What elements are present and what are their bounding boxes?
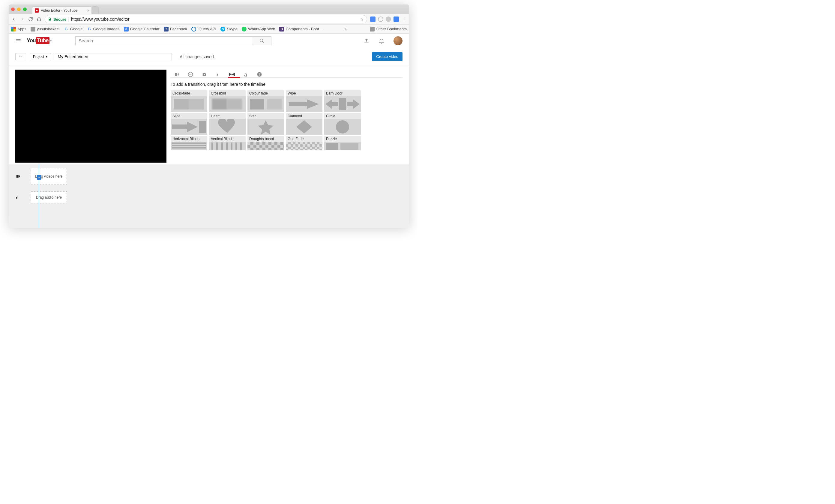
audio-track-icon (15, 195, 21, 200)
bootstrap-icon: B (279, 27, 284, 32)
transition-wipe[interactable]: Wipe (286, 90, 322, 111)
transition-diamond[interactable]: Diamond (286, 113, 322, 134)
search-input[interactable] (75, 36, 252, 45)
transition-draughts[interactable]: Draughts board (247, 136, 284, 150)
search-button[interactable] (252, 36, 271, 45)
transition-gridfade[interactable]: Grid Fade (286, 136, 322, 150)
editor-toolbar: Project▼ All changes saved. Create video (9, 48, 409, 65)
bookmark-link[interactable]: jQuery API (191, 27, 216, 32)
extension-icon[interactable] (386, 17, 391, 22)
notifications-icon[interactable] (379, 38, 385, 44)
svg-rect-6 (199, 121, 206, 133)
transition-crossblur[interactable]: Crossblur (209, 90, 246, 111)
tab-video-icon[interactable] (174, 72, 180, 77)
bookmark-folder[interactable]: yusufshakeel (30, 27, 60, 32)
create-video-button[interactable]: Create video (372, 52, 403, 61)
folder-icon (370, 27, 374, 32)
audio-dropzone[interactable]: Drag audio here (31, 191, 67, 203)
tab-text-icon[interactable]: a (243, 72, 249, 77)
circle-icon (324, 119, 361, 135)
whatsapp-icon (242, 27, 247, 32)
home-icon[interactable] (36, 17, 42, 22)
menu-icon[interactable] (15, 38, 21, 44)
tab-transitions-icon[interactable] (229, 72, 235, 77)
extension-icon[interactable] (378, 17, 383, 22)
double-arrow-icon (324, 96, 361, 112)
diamond-icon (286, 119, 322, 135)
address-omnibox[interactable]: Secure | https://www.youtube.com/editor … (45, 15, 367, 23)
transition-puzzle[interactable]: Puzzle (324, 136, 361, 150)
transition-heart[interactable]: Heart (209, 113, 246, 134)
transition-circle[interactable]: Circle (324, 113, 361, 134)
google-icon: G (64, 27, 69, 32)
transition-barndoor[interactable]: Barn Door (324, 90, 361, 111)
window-max-dot[interactable] (23, 7, 27, 11)
video-preview[interactable] (15, 69, 166, 163)
window-min-dot[interactable] (17, 7, 21, 11)
chrome-address-bar: Secure | https://www.youtube.com/editor … (9, 14, 409, 25)
nav-back-icon[interactable] (11, 17, 17, 22)
apps-icon (11, 27, 16, 32)
playhead-handle-icon[interactable]: ✂ (37, 175, 41, 180)
bookmark-link[interactable]: WhatsApp Web (242, 27, 275, 32)
browser-tab[interactable]: ▶ Video Editor - YouTube × (32, 6, 92, 14)
transition-colourfade[interactable]: Colour fade (247, 90, 284, 111)
tab-help-icon[interactable]: ? (257, 72, 262, 77)
active-tab-indicator (228, 77, 240, 78)
arrow-right-icon (171, 119, 207, 135)
transition-crossfade[interactable]: Cross-fade (171, 90, 207, 111)
window-close-dot[interactable] (11, 7, 15, 11)
save-status: All changes saved. (180, 54, 215, 59)
project-title-input[interactable] (55, 53, 172, 60)
tab-music-icon[interactable] (215, 72, 221, 77)
svg-text:cc: cc (189, 73, 192, 76)
chrome-window: ▶ Video Editor - YouTube × Secure | http… (9, 4, 409, 228)
user-avatar[interactable] (393, 36, 403, 45)
facebook-icon: f (164, 27, 168, 32)
bookmark-link[interactable]: fFacebook (164, 27, 187, 32)
upload-icon[interactable] (364, 38, 369, 44)
bookmark-link[interactable]: GGoogle Images (87, 27, 119, 32)
tab-photo-icon[interactable] (201, 72, 207, 77)
tab-cc-icon[interactable]: cc (187, 72, 194, 77)
bookmark-overflow-icon[interactable]: » (344, 27, 348, 31)
tab-close-icon[interactable]: × (87, 8, 89, 13)
new-tab-button[interactable] (91, 6, 99, 14)
svg-point-7 (336, 120, 349, 134)
transition-vblinds[interactable]: Vertical Blinds (209, 136, 246, 150)
transition-hblinds[interactable]: Horizontal Blinds (171, 136, 207, 150)
youtube-favicon-icon: ▶ (35, 8, 39, 13)
asset-tabs: cc a ? (171, 69, 403, 77)
transition-grid: Cross-fade Crossblur Colour fade Wipe Ba… (171, 90, 403, 150)
heart-icon (209, 119, 246, 135)
extension-icon[interactable] (393, 17, 399, 22)
transition-slide[interactable]: Slide (171, 113, 207, 134)
bookmark-link[interactable]: BComponents · Boot… (279, 27, 323, 32)
url-text: https://www.youtube.com/editor (71, 17, 129, 22)
chrome-menu-icon[interactable]: ⋮ (401, 17, 407, 22)
bookmark-star-icon[interactable]: ☆ (360, 17, 364, 22)
svg-point-0 (260, 39, 263, 42)
playhead[interactable]: ✂ (39, 164, 39, 228)
bookmark-link[interactable]: SSkype (221, 27, 238, 32)
bookmark-link[interactable]: GGoogle (64, 27, 83, 32)
extension-icon[interactable] (370, 17, 375, 22)
youtube-header: YouTubeIN (9, 34, 409, 48)
undo-button[interactable] (15, 53, 26, 60)
reload-icon[interactable] (28, 17, 33, 22)
google-icon: G (87, 27, 91, 32)
video-track-icon (15, 174, 21, 179)
timeline[interactable]: ✂ Drag videos here Drag audio here (9, 164, 409, 228)
bookmark-link-apps[interactable]: Apps (11, 27, 26, 32)
project-dropdown[interactable]: Project▼ (30, 53, 51, 60)
skype-icon: S (221, 27, 225, 32)
arrow-right-icon (286, 96, 322, 112)
jquery-icon (191, 27, 196, 32)
youtube-logo[interactable]: YouTubeIN (27, 37, 52, 44)
bookmarks-bar: Apps yusufshakeel GGoogle GGoogle Images… (9, 25, 409, 34)
transition-star[interactable]: Star (247, 113, 284, 134)
calendar-icon: 8 (124, 27, 129, 32)
bookmark-link[interactable]: 8Google Calendar (124, 27, 160, 32)
video-dropzone[interactable]: Drag videos here (31, 168, 67, 185)
other-bookmarks-folder[interactable]: Other Bookmarks (370, 27, 407, 32)
